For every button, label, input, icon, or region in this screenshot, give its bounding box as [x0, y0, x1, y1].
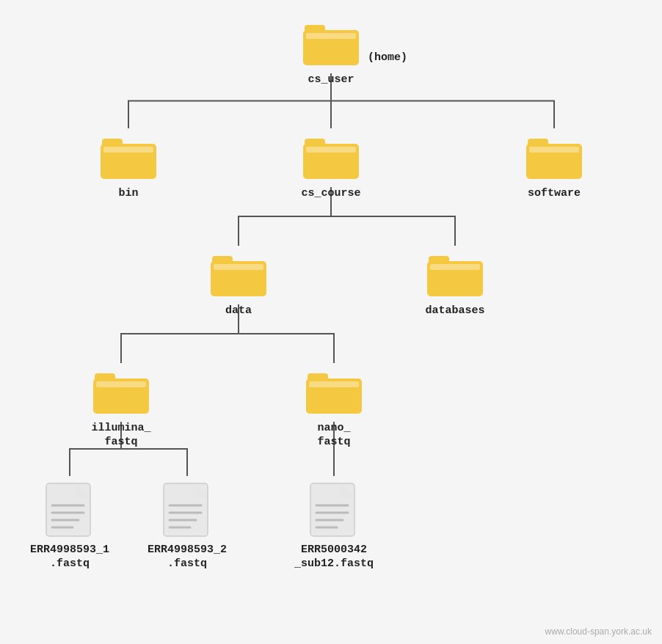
node-label-err1: ERR4998593_1 .fastq	[30, 544, 109, 571]
node-label-err2: ERR4998593_2 .fastq	[148, 544, 227, 571]
node-bin: bin	[99, 133, 158, 201]
folder-icon	[302, 19, 360, 69]
folder-icon	[209, 250, 268, 300]
node-label-bin: bin	[118, 187, 138, 201]
folder-icon	[305, 367, 363, 417]
node-label-illumina_fastq: illumina_ fastq	[92, 422, 151, 450]
folder-icon	[426, 250, 484, 300]
svg-rect-11	[529, 147, 579, 153]
node-label-cs_user: cs_user	[308, 73, 354, 87]
node-err1: ERR4998593_1 .fastq	[43, 480, 96, 571]
node-err2: ERR4998593_2 .fastq	[161, 480, 214, 571]
node-software: software	[525, 133, 583, 201]
node-label-err3: ERR5000342 _sub12.fastq	[294, 544, 374, 571]
file-icon	[308, 480, 360, 539]
node-label-nano_fastq: nano_ fastq	[317, 422, 350, 450]
folder-icon	[525, 133, 583, 183]
watermark: www.cloud-span.york.ac.uk	[545, 626, 652, 637]
node-databases: databases	[426, 250, 484, 318]
tree-container: cs_user bin cs_course software data data	[0, 0, 662, 644]
node-illumina_fastq: illumina_ fastq	[92, 367, 150, 450]
folder-icon	[92, 367, 150, 417]
node-cs_course: cs_course	[302, 133, 360, 201]
svg-rect-2	[306, 33, 356, 39]
node-label-databases: databases	[426, 304, 485, 318]
node-data: data	[209, 250, 268, 318]
svg-rect-23	[309, 381, 359, 387]
node-label-software: software	[528, 187, 581, 201]
svg-rect-5	[103, 147, 153, 153]
home-label: (home)	[368, 51, 407, 64]
file-icon	[43, 480, 96, 539]
svg-rect-20	[96, 381, 146, 387]
svg-rect-17	[430, 264, 480, 270]
svg-rect-14	[214, 264, 263, 270]
svg-rect-8	[306, 147, 356, 153]
node-cs_user: cs_user	[302, 19, 360, 87]
node-err3: ERR5000342 _sub12.fastq	[308, 480, 360, 571]
node-label-data: data	[225, 304, 252, 318]
node-label-cs_course: cs_course	[302, 187, 361, 201]
folder-icon	[302, 133, 360, 183]
folder-icon	[99, 133, 158, 183]
file-icon	[161, 480, 214, 539]
node-nano_fastq: nano_ fastq	[305, 367, 363, 450]
